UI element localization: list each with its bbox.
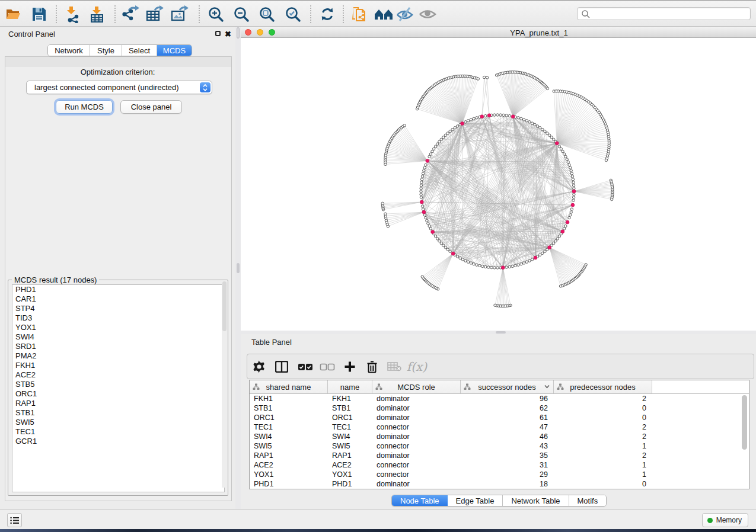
graph-node[interactable]: [522, 118, 525, 121]
graph-node[interactable]: [528, 259, 531, 262]
graph-node[interactable]: [434, 145, 436, 148]
column-header-shared-name[interactable]: shared name: [250, 380, 328, 393]
graph-node[interactable]: [434, 235, 436, 238]
graph-node[interactable]: [566, 158, 568, 161]
memory-button[interactable]: Memory: [702, 513, 748, 527]
graph-node[interactable]: [499, 114, 502, 116]
mcds-result-item[interactable]: STB5: [12, 380, 224, 389]
graph-node[interactable]: [544, 130, 546, 133]
graph-node[interactable]: [502, 114, 505, 116]
graph-node[interactable]: [514, 264, 516, 267]
graph-node[interactable]: [420, 181, 423, 184]
graph-node[interactable]: [459, 257, 461, 259]
network-graph[interactable]: [241, 38, 756, 331]
open-file-button[interactable]: [4, 5, 23, 24]
graph-node[interactable]: [546, 87, 548, 89]
graph-node[interactable]: [534, 256, 537, 259]
graph-node[interactable]: [569, 166, 572, 169]
graph-node[interactable]: [486, 76, 488, 79]
graph-node[interactable]: [422, 208, 424, 210]
graph-node[interactable]: [484, 265, 487, 268]
splitter-grip[interactable]: [237, 263, 240, 273]
graph-node[interactable]: [461, 258, 464, 261]
graph-node[interactable]: [558, 235, 560, 238]
vertical-splitter[interactable]: [235, 27, 241, 509]
graph-node[interactable]: [487, 266, 490, 268]
mcds-result-item[interactable]: STP4: [12, 304, 224, 313]
table-row[interactable]: FKH1FKH1dominator962: [250, 394, 749, 403]
graph-node[interactable]: [511, 115, 515, 118]
network-window-titlebar[interactable]: YPA_prune.txt_1: [241, 27, 756, 38]
zoom-in-button[interactable]: [206, 5, 225, 24]
graph-node[interactable]: [476, 117, 478, 119]
graph-node[interactable]: [425, 164, 427, 166]
import-table-button[interactable]: [87, 5, 106, 24]
graph-node[interactable]: [421, 175, 423, 178]
graph-node[interactable]: [567, 161, 569, 163]
export-table-button[interactable]: [145, 5, 164, 24]
mcds-result-item[interactable]: SRD1: [12, 342, 224, 351]
graph-node[interactable]: [427, 222, 429, 225]
graph-node[interactable]: [525, 120, 528, 122]
graph-node[interactable]: [541, 128, 544, 130]
graph-node[interactable]: [544, 250, 546, 252]
refresh-button[interactable]: [318, 5, 337, 24]
graph-node[interactable]: [573, 187, 575, 190]
graph-node[interactable]: [570, 169, 572, 172]
graph-node[interactable]: [605, 159, 607, 161]
table-row[interactable]: ORC1ORC1dominator610: [250, 413, 749, 422]
graph-node[interactable]: [420, 200, 423, 204]
column-header-name[interactable]: name: [328, 380, 372, 393]
graph-node[interactable]: [572, 181, 575, 184]
first-neighbors-button[interactable]: [374, 5, 393, 24]
import-network-button[interactable]: [63, 5, 82, 24]
graph-node[interactable]: [520, 117, 522, 120]
graph-node[interactable]: [525, 261, 528, 263]
graph-node[interactable]: [426, 159, 429, 162]
graph-node[interactable]: [421, 205, 423, 207]
graph-node[interactable]: [420, 184, 422, 187]
search-input[interactable]: [592, 8, 746, 19]
graph-node[interactable]: [493, 114, 496, 116]
graph-node[interactable]: [536, 125, 538, 127]
scrollbar-thumb[interactable]: [222, 281, 227, 331]
mcds-result-item[interactable]: ACE2: [12, 370, 224, 380]
graph-node[interactable]: [428, 155, 430, 158]
graph-node[interactable]: [429, 227, 432, 230]
graph-node[interactable]: [420, 190, 422, 193]
graph-node[interactable]: [431, 150, 433, 152]
tab-motifs[interactable]: Motifs: [569, 495, 607, 506]
float-panel-icon[interactable]: [215, 31, 221, 36]
graph-node[interactable]: [479, 264, 481, 267]
graph-node[interactable]: [490, 266, 493, 268]
graph-node[interactable]: [481, 265, 484, 267]
graph-node[interactable]: [555, 142, 559, 145]
graph-node[interactable]: [484, 114, 487, 117]
table-row[interactable]: STB1STB1dominator620: [250, 403, 749, 413]
graph-node[interactable]: [422, 210, 426, 214]
table-row[interactable]: ACE2ACE2connector311: [250, 460, 749, 470]
graph-node[interactable]: [477, 78, 479, 80]
graph-node[interactable]: [517, 264, 519, 266]
table-row[interactable]: TEC1TEC1connector472: [250, 422, 749, 432]
graph-node[interactable]: [446, 132, 449, 134]
graph-node[interactable]: [446, 248, 449, 251]
graph-node[interactable]: [531, 258, 533, 261]
graph-node[interactable]: [570, 208, 573, 210]
graph-node[interactable]: [610, 198, 613, 200]
tab-edge-table[interactable]: Edge Table: [448, 495, 503, 506]
function-builder-button[interactable]: f(x): [407, 357, 426, 376]
graph-node[interactable]: [571, 175, 573, 178]
graph-node[interactable]: [539, 254, 541, 256]
splitter-collapse-handle[interactable]: [237, 27, 240, 39]
graph-node[interactable]: [420, 178, 423, 181]
graph-node[interactable]: [539, 127, 541, 129]
graph-node[interactable]: [438, 140, 441, 143]
mcds-result-item[interactable]: CAR1: [12, 294, 224, 304]
window-zoom-icon[interactable]: [269, 29, 275, 36]
graph-node[interactable]: [423, 214, 426, 216]
graph-node[interactable]: [440, 242, 442, 244]
graph-node[interactable]: [560, 148, 562, 150]
scrollbar-thumb[interactable]: [742, 395, 747, 450]
graph-node[interactable]: [473, 117, 475, 120]
